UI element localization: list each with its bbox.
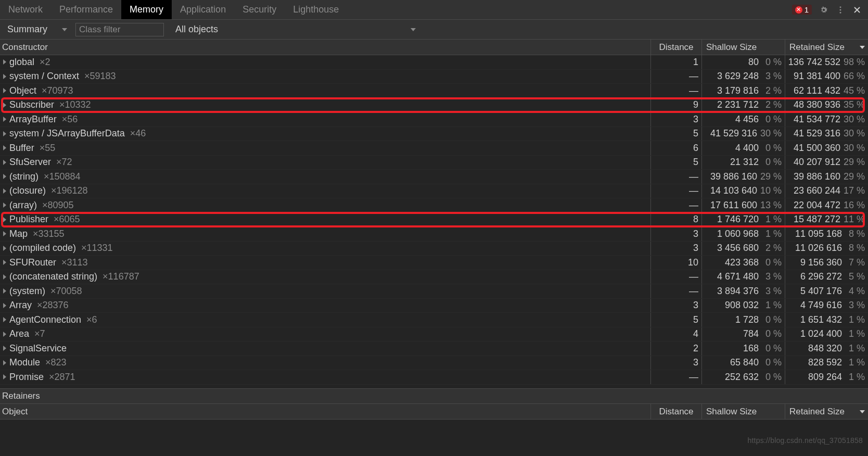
- expand-arrow-icon[interactable]: [3, 145, 6, 150]
- distance-value: 5: [693, 314, 698, 325]
- expand-arrow-icon[interactable]: [3, 274, 6, 280]
- tab-network[interactable]: Network: [0, 0, 51, 19]
- expand-arrow-icon[interactable]: [3, 103, 6, 108]
- table-row[interactable]: Array×283763908 0321 %4 749 6163 %: [0, 299, 868, 313]
- table-row[interactable]: Map×3315531 060 9681 %11 095 1688 %: [0, 227, 868, 242]
- retained-value: 41 529 316: [794, 128, 840, 139]
- constructor-count: ×6065: [54, 214, 80, 225]
- col-shallow[interactable]: Shallow Size: [701, 40, 785, 55]
- table-body[interactable]: global×21800 %136 742 53298 %system / Co…: [0, 55, 868, 388]
- error-badge[interactable]: ✕ 1: [792, 5, 812, 15]
- table-row[interactable]: Area×747840 %1 024 4001 %: [0, 327, 868, 342]
- tab-performance[interactable]: Performance: [51, 0, 121, 19]
- table-row[interactable]: (string)×150884—39 886 16029 %39 886 160…: [0, 170, 868, 184]
- objects-dropdown[interactable]: All objects: [172, 24, 419, 35]
- col-retained-retainers[interactable]: Retained Size: [785, 404, 868, 419]
- close-icon[interactable]: [852, 5, 862, 15]
- expand-arrow-icon[interactable]: [3, 117, 6, 122]
- expand-arrow-icon[interactable]: [3, 131, 6, 136]
- table-row[interactable]: (closure)×196128—14 103 64010 %23 660 24…: [0, 184, 868, 199]
- retainers-header[interactable]: Retainers: [0, 388, 868, 404]
- expand-arrow-icon[interactable]: [3, 74, 6, 79]
- distance-value: 9: [693, 99, 698, 110]
- distance-value: 10: [688, 257, 698, 268]
- shallow-pct: 0 %: [762, 157, 782, 168]
- table-row[interactable]: (system)×70058—3 894 3763 %5 407 1764 %: [0, 284, 868, 299]
- table-row[interactable]: SFURouter×311310423 3680 %9 156 3607 %: [0, 256, 868, 270]
- distance-value: 5: [693, 157, 698, 168]
- col-constructor[interactable]: Constructor: [0, 40, 650, 55]
- tab-lighthouse[interactable]: Lighthouse: [285, 0, 347, 19]
- expand-arrow-icon[interactable]: [3, 188, 6, 194]
- expand-arrow-icon[interactable]: [3, 346, 6, 351]
- constructor-count: ×59183: [84, 71, 116, 82]
- svg-point-1: [840, 9, 841, 10]
- expand-arrow-icon[interactable]: [3, 246, 6, 251]
- table-row[interactable]: global×21800 %136 742 53298 %: [0, 55, 868, 70]
- distance-value: —: [689, 372, 698, 383]
- expand-arrow-icon[interactable]: [3, 360, 6, 365]
- more-icon[interactable]: [836, 5, 845, 15]
- constructor-name: system / Context: [9, 71, 79, 82]
- col-distance[interactable]: Distance: [650, 40, 701, 55]
- table-row[interactable]: SfuServer×72521 3120 %40 207 91229 %: [0, 156, 868, 170]
- constructor-name: (array): [9, 200, 37, 211]
- table-row[interactable]: ArrayBuffer×5634 4560 %41 534 77230 %: [0, 112, 868, 127]
- col-retained[interactable]: Retained Size: [785, 40, 868, 55]
- summary-dropdown[interactable]: Summary: [4, 24, 70, 35]
- table-row[interactable]: (concatenated string)×116787—4 671 4803 …: [0, 270, 868, 285]
- class-filter-input[interactable]: [75, 23, 164, 36]
- expand-arrow-icon[interactable]: [3, 174, 6, 179]
- table-row[interactable]: system / JSArrayBufferData×46541 529 316…: [0, 127, 868, 142]
- shallow-pct: 0 %: [762, 372, 782, 383]
- expand-arrow-icon[interactable]: [3, 160, 6, 165]
- tab-security[interactable]: Security: [234, 0, 285, 19]
- shallow-pct: 1 %: [762, 229, 782, 239]
- expand-arrow-icon[interactable]: [3, 59, 6, 65]
- shallow-value: 4 671 480: [717, 271, 759, 282]
- distance-value: —: [689, 71, 698, 82]
- table-row[interactable]: SignalService21680 %848 3201 %: [0, 341, 868, 356]
- expand-arrow-icon[interactable]: [3, 288, 6, 294]
- retained-value: 39 886 160: [794, 171, 840, 182]
- distance-value: 3: [693, 114, 698, 125]
- shallow-pct: 2 %: [762, 99, 782, 110]
- table-row[interactable]: Buffer×5564 4000 %41 500 36030 %: [0, 141, 868, 156]
- tab-memory[interactable]: Memory: [121, 0, 172, 19]
- constructor-name: AgentConnection: [9, 314, 81, 325]
- table-row[interactable]: system / Context×59183—3 629 2483 %91 38…: [0, 70, 868, 84]
- col-object[interactable]: Object: [0, 404, 650, 419]
- table-row[interactable]: Module×823365 8400 %828 5921 %: [0, 356, 868, 371]
- shallow-value: 423 368: [725, 257, 759, 268]
- expand-arrow-icon[interactable]: [3, 202, 6, 208]
- expand-arrow-icon[interactable]: [3, 88, 6, 93]
- expand-arrow-icon[interactable]: [3, 217, 6, 222]
- constructor-name: Array: [9, 300, 32, 311]
- shallow-value: 1 060 968: [717, 229, 759, 239]
- table-row[interactable]: Publisher×606581 746 7201 %15 487 27211 …: [0, 213, 868, 227]
- constructor-name: (compiled code): [9, 243, 76, 254]
- distance-value: —: [689, 271, 698, 282]
- table-row[interactable]: Subscriber×1033292 231 7122 %48 380 9363…: [0, 98, 868, 113]
- table-row[interactable]: (array)×80905—17 611 60013 %22 004 47216…: [0, 198, 868, 213]
- expand-arrow-icon[interactable]: [3, 332, 6, 337]
- table-row[interactable]: Object×70973—3 179 8162 %62 111 43245 %: [0, 84, 868, 98]
- table-row[interactable]: (compiled code)×1133133 456 6802 %11 026…: [0, 242, 868, 256]
- constructor-name: Module: [9, 357, 40, 368]
- constructor-count: ×70973: [42, 85, 73, 96]
- shallow-pct: 1 %: [762, 214, 782, 225]
- col-distance-retainers[interactable]: Distance: [650, 404, 701, 419]
- expand-arrow-icon[interactable]: [3, 231, 6, 236]
- retained-value: 809 264: [808, 372, 842, 383]
- gear-icon[interactable]: [819, 5, 828, 15]
- expand-arrow-icon[interactable]: [3, 260, 6, 265]
- expand-arrow-icon[interactable]: [3, 317, 6, 322]
- col-shallow-retainers[interactable]: Shallow Size: [701, 404, 785, 419]
- expand-arrow-icon[interactable]: [3, 303, 6, 308]
- constructor-count: ×56: [62, 114, 78, 125]
- expand-arrow-icon[interactable]: [3, 374, 6, 379]
- table-row[interactable]: Promise×2871—252 6320 %809 2641 %: [0, 370, 868, 385]
- table-row[interactable]: AgentConnection×651 7280 %1 651 4321 %: [0, 313, 868, 327]
- sort-desc-icon: [860, 46, 865, 49]
- tab-application[interactable]: Application: [172, 0, 234, 19]
